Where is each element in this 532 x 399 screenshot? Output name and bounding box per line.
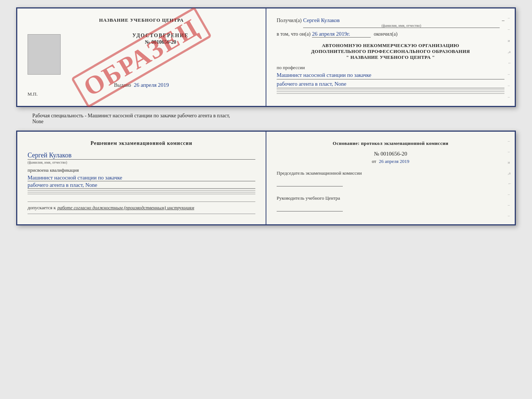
po-professii-label: по профессии	[277, 65, 504, 71]
photo-placeholder	[28, 34, 61, 75]
bottom-familiya-label: (фамилия, имя, отчество)	[28, 160, 255, 164]
vydano-label: Выдано	[114, 82, 131, 88]
udost-text-block: УДОСТОВЕРЕНИЕ № 0010656-20	[66, 31, 255, 48]
familiya-sublabel: (фамилия, имя, отчество)	[303, 24, 500, 28]
dopuskaetsya-label: допускается к	[28, 205, 56, 210]
vtom-label: в том, что он(а)	[277, 31, 310, 37]
vydano-date: 26 апреля 2019	[134, 82, 169, 88]
assigned-text: присвоена квалификация	[28, 167, 255, 173]
bottom-booklet: Решением экзаменационной комиссии Сергей…	[16, 131, 516, 225]
bottom-person-name: Сергей Кулаков	[28, 152, 255, 160]
profession-line1: Машинист насосной станции по закачке	[277, 72, 504, 79]
chairman-block: Председатель экзаменационной комиссии	[277, 170, 504, 188]
bottom-prof-line1: Машинист насосной станции по закачке	[28, 175, 255, 181]
left-content-row: УДОСТОВЕРЕНИЕ № 0010656-20	[28, 31, 255, 75]
rukovoditel-signature	[277, 204, 343, 211]
decision-title: Решением экзаменационной комиссии	[28, 140, 255, 146]
dopuskaetsya-block: допускается к работе согласно должностны…	[28, 202, 255, 211]
cert-word: УДОСТОВЕРЕНИЕ	[132, 33, 188, 39]
ot-label: от	[372, 158, 376, 164]
okonchil-label: окончил(а)	[374, 31, 398, 37]
dash1: –	[502, 18, 504, 24]
vydano-line: Выдано 26 апреля 2019	[114, 82, 169, 88]
profession-line2: рабочего агента в пласт, None	[277, 81, 504, 88]
bottom-right-margin-dashes: – – и ,а ← – – –	[508, 132, 512, 224]
bottom-booklet-left: Решением экзаменационной комиссии Сергей…	[17, 132, 266, 224]
right-margin-dashes: – – и ,а ← – – –	[508, 8, 512, 106]
ot-date: 26 апреля 2019	[379, 158, 409, 164]
org-block: АВТОНОМНУЮ НЕКОММЕРЧЕСКУЮ ОРГАНИЗАЦИЮ ДО…	[277, 43, 504, 60]
subtitle-block: Рабочая специальность - Машинист насосно…	[16, 113, 516, 125]
poluchil-name: Сергей Кулаков (фамилия, имя, отчество)	[303, 17, 500, 28]
poluchil-line: Получил(а) Сергей Кулаков (фамилия, имя,…	[277, 17, 504, 28]
bottom-prof-line2: рабочего агента в пласт, None	[28, 182, 255, 189]
top-booklet: НАЗВАНИЕ УЧЕБНОГО ЦЕНТРА УДОСТОВЕРЕНИЕ №…	[16, 7, 516, 107]
rukovoditel-label: Руководитель учебного Центра	[277, 195, 504, 201]
subtitle-text2: None	[32, 119, 516, 125]
predsedatel-label: Председатель экзаменационной комиссии	[277, 170, 504, 176]
org-line1: АВТОНОМНУЮ НЕКОММЕРЧЕСКУЮ ОРГАНИЗАЦИЮ	[277, 43, 504, 49]
predsedatel-signature	[277, 179, 343, 186]
protocol-number: № 0010656-20	[277, 151, 504, 157]
vtom-line: в том, что он(а) 26 апреля 2019г. окончи…	[277, 31, 504, 38]
org-line2: ДОПОЛНИТЕЛЬНОГО ПРОФЕССИОНАЛЬНОГО ОБРАЗО…	[277, 49, 504, 54]
bottom-booklet-right: Основание: протокол экзаменационной коми…	[266, 132, 515, 224]
top-booklet-left: НАЗВАНИЕ УЧЕБНОГО ЦЕНТРА УДОСТОВЕРЕНИЕ №…	[17, 8, 266, 106]
poluchil-label: Получил(а)	[277, 18, 302, 24]
subtitle-text: Рабочая специальность - Машинист насосно…	[32, 113, 516, 119]
vtom-date: 26 апреля 2019г.	[312, 31, 371, 38]
top-booklet-right: Получил(а) Сергей Кулаков (фамилия, имя,…	[266, 8, 515, 106]
rukovoditel-block: Руководитель учебного Центра	[277, 195, 504, 213]
cert-number: № 0010656-20	[145, 39, 176, 45]
center-title: НАЗВАНИЕ УЧЕБНОГО ЦЕНТРА	[99, 17, 184, 23]
protocol-date: от 26 апреля 2019	[277, 158, 504, 164]
dopuskaetsya-value: работе согласно должностным (производств…	[57, 205, 194, 210]
mp-label: М.П.	[28, 91, 37, 97]
osnov-label: Основание: протокол экзаменационной коми…	[277, 140, 504, 146]
org-name: " НАЗВАНИЕ УЧЕБНОГО ЦЕНТРА "	[277, 54, 504, 60]
